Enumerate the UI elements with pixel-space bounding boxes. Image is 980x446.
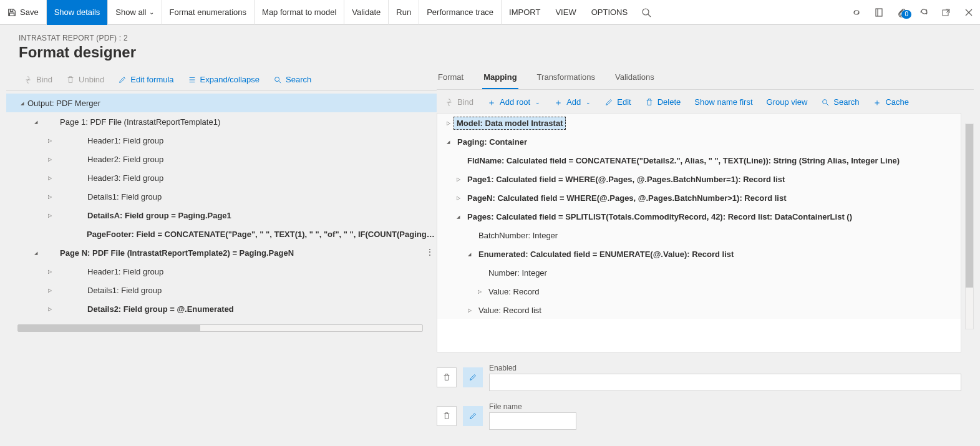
tree-caret[interactable]	[45, 287, 55, 294]
tree-caret[interactable]	[454, 195, 463, 201]
plus-icon: ＋	[554, 98, 563, 107]
tree-row[interactable]: Details2: Field group = @.Enumerated	[6, 299, 437, 318]
validate-button[interactable]: Validate	[344, 0, 389, 25]
scrollbar-thumb[interactable]	[966, 124, 973, 288]
enabled-input[interactable]	[489, 374, 961, 391]
pencil-icon	[604, 98, 613, 107]
attachments-button[interactable]: 0	[890, 7, 913, 17]
tree-caret[interactable]	[475, 288, 485, 295]
tree-row[interactable]: Page N: PDF File (IntrastatReportTemplat…	[6, 243, 437, 262]
tree-caret[interactable]	[45, 175, 55, 182]
search-icon	[273, 75, 282, 84]
tree-caret[interactable]	[465, 251, 475, 258]
group-view-button[interactable]: Group view	[761, 95, 813, 109]
tree-caret[interactable]	[31, 250, 41, 256]
right-search-button[interactable]: Search	[815, 95, 865, 109]
tree-label: Details1: Field group	[55, 192, 162, 201]
svg-point-8	[275, 77, 279, 81]
tree-row[interactable]: Page1: Calculated field = WHERE(@.Pages,…	[437, 170, 961, 188]
enabled-delete-button[interactable]	[437, 367, 457, 387]
tree-caret[interactable]	[45, 156, 55, 163]
tree-row[interactable]: PageN: Calculated field = WHERE(@.Pages,…	[437, 188, 961, 207]
tree-row[interactable]: PageFooter: Field = CONCATENATE("Page", …	[6, 225, 437, 243]
tree-caret[interactable]	[454, 213, 463, 220]
add-button[interactable]: ＋Add⌄	[548, 95, 596, 109]
tree-label: FldName: Calculated field = CONCATENATE(…	[467, 156, 900, 165]
enabled-edit-button[interactable]	[463, 367, 483, 387]
tree-row[interactable]: FldName: Calculated field = CONCATENATE(…	[437, 151, 961, 170]
run-button[interactable]: Run	[389, 0, 419, 25]
save-button[interactable]: Save	[0, 0, 47, 25]
link-icon-button[interactable]	[845, 0, 868, 25]
close-button[interactable]	[958, 0, 980, 25]
tree-label: Header3: Field group	[55, 173, 163, 183]
tree-caret[interactable]	[465, 307, 475, 314]
refresh-button[interactable]	[913, 0, 935, 25]
view-button[interactable]: VIEW	[548, 0, 583, 25]
tree-row[interactable]: Header1: Field group	[6, 262, 437, 281]
expand-collapse-button[interactable]: Expand/collapse	[182, 72, 266, 87]
tree-row[interactable]: Value: Record list	[437, 301, 961, 319]
scrollbar-thumb[interactable]	[18, 325, 200, 331]
show-details-button[interactable]: Show details	[47, 0, 109, 25]
tab-format[interactable]: Format	[437, 72, 465, 89]
tree-caret[interactable]	[17, 100, 27, 107]
vertical-scrollbar[interactable]	[965, 124, 974, 329]
tree-caret[interactable]	[444, 120, 454, 127]
tree-row[interactable]: Pages: Calculated field = SPLITLIST(Tota…	[437, 207, 961, 226]
tree-row[interactable]: Page 1: PDF File (IntrastatReportTemplat…	[6, 112, 437, 131]
tree-row[interactable]: Details1: Field group	[6, 187, 437, 206]
chevron-down-icon: ⌄	[149, 9, 154, 16]
office-button[interactable]	[868, 0, 890, 25]
show-all-button[interactable]: Show all⌄	[108, 0, 162, 25]
delete-button[interactable]: Delete	[639, 95, 687, 109]
edit-formula-button[interactable]: Edit formula	[112, 72, 180, 87]
more-icon[interactable]: ⋮	[425, 247, 434, 257]
tree-row[interactable]: Enumerated: Calculated field = ENUMERATE…	[437, 245, 961, 263]
filename-input[interactable]	[489, 412, 576, 430]
tree-row[interactable]: Model: Data model Intrastat	[437, 114, 961, 132]
format-enumerations-button[interactable]: Format enumerations	[162, 0, 255, 25]
bind-button[interactable]: Bind	[17, 72, 59, 87]
popout-button[interactable]	[935, 0, 958, 25]
filename-edit-button[interactable]	[463, 406, 483, 426]
add-root-button[interactable]: ＋Add root⌄	[482, 95, 546, 109]
show-name-first-button[interactable]: Show name first	[689, 95, 758, 109]
tree-caret[interactable]	[45, 193, 55, 200]
tree-row[interactable]: BatchNumber: Integer	[437, 226, 961, 245]
tree-row[interactable]: DetailsA: Field group = Paging.Page1	[6, 206, 437, 225]
trash-icon	[442, 373, 451, 382]
global-search-button[interactable]	[635, 0, 657, 25]
tree-row[interactable]: Paging: Container	[437, 132, 961, 151]
tree-row[interactable]: Output: PDF Merger	[6, 94, 437, 112]
tree-row[interactable]: Header3: Field group	[6, 168, 437, 187]
tree-caret[interactable]	[454, 176, 463, 183]
r-bind-button[interactable]: Bind	[439, 95, 479, 109]
tree-row[interactable]: Number: Integer	[437, 263, 961, 282]
map-format-button[interactable]: Map format to model	[255, 0, 344, 25]
performance-trace-button[interactable]: Performance trace	[419, 0, 502, 25]
tab-mapping[interactable]: Mapping	[482, 72, 518, 89]
unbind-button[interactable]: Unbind	[60, 72, 110, 87]
tree-row[interactable]: Header1: Field group	[6, 131, 437, 150]
mapping-panel: Format Mapping Transformations Validatio…	[437, 67, 974, 446]
edit-button[interactable]: Edit	[599, 95, 636, 109]
tree-caret[interactable]	[45, 306, 55, 313]
cache-button[interactable]: ＋Cache	[867, 95, 915, 109]
list-icon	[188, 75, 196, 84]
tree-caret[interactable]	[45, 268, 55, 275]
horizontal-scrollbar[interactable]	[17, 324, 423, 332]
tree-caret[interactable]	[31, 119, 41, 125]
tree-caret[interactable]	[45, 212, 55, 219]
filename-delete-button[interactable]	[437, 406, 457, 426]
tree-row[interactable]: Details1: Field group	[6, 281, 437, 299]
tree-row[interactable]: Header2: Field group	[6, 150, 437, 168]
tab-transformations[interactable]: Transformations	[536, 72, 596, 89]
left-search-button[interactable]: Search	[267, 72, 318, 87]
options-button[interactable]: OPTIONS	[584, 0, 636, 25]
tree-row[interactable]: Value: Record	[437, 282, 961, 301]
import-button[interactable]: IMPORT	[502, 0, 548, 25]
tree-caret[interactable]	[444, 138, 454, 145]
tab-validations[interactable]: Validations	[614, 72, 656, 89]
tree-caret[interactable]	[45, 137, 55, 144]
